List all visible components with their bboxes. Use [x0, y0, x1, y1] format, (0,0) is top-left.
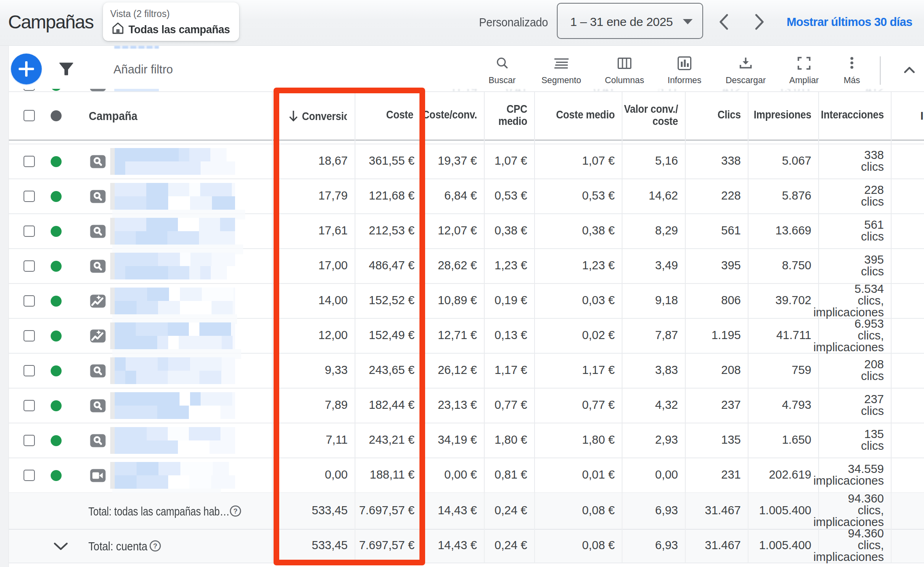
svg-text:?: ?: [153, 542, 157, 550]
